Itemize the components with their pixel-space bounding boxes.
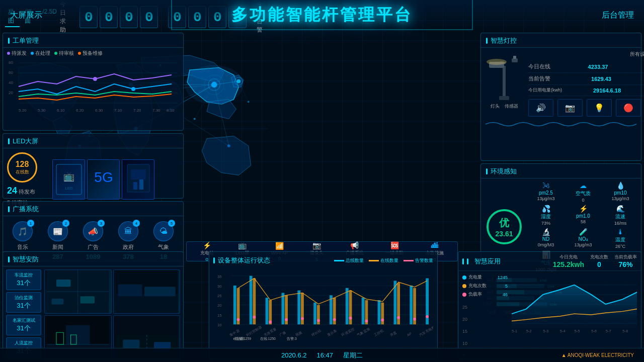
svg-rect-40 xyxy=(66,325,90,344)
env-stat-sub-temp: 26°C xyxy=(615,244,625,249)
smartapp-legend-dot-0 xyxy=(462,276,466,280)
light-stat-power: 今日用电量(kwh) 29164.6.18 比昨天多 xyxy=(528,85,644,96)
equip-legend: 总线数量 在线数量 告警数量 xyxy=(334,257,433,264)
smartapp-legend-2: 负载率 46 xyxy=(462,291,508,298)
broadcast-icon-gov[interactable]: 🏛4 xyxy=(118,221,138,241)
smartapp-title: 智慧应用 xyxy=(462,257,553,266)
nav-left[interactable]: 大屏展示 xyxy=(10,10,42,21)
svg-text:15: 15 xyxy=(217,313,222,318)
security-count-1: 31个 xyxy=(9,301,39,310)
svg-point-156 xyxy=(333,318,336,321)
municipal-icon: 🏙 xyxy=(431,241,438,249)
env-stat-humidity: 💦 湿度 73% xyxy=(528,205,564,226)
smartapp-chart: 5-1 5-2 5-3 5-4 5-5 5-6 5-7 5-8 xyxy=(512,274,637,334)
video-placeholder-1 xyxy=(114,270,180,313)
wave-area xyxy=(481,120,641,131)
svg-rect-33 xyxy=(52,299,64,304)
svg-rect-141 xyxy=(362,298,365,324)
svg-text:8.10: 8.10 xyxy=(167,108,175,113)
svg-rect-147 xyxy=(410,286,413,324)
env-stat-sub-pm10: 13μg/m3 xyxy=(611,196,629,201)
legend-label-online: 在线数量 xyxy=(380,257,398,264)
svg-point-10 xyxy=(131,87,135,91)
led-placeholder-3 xyxy=(122,160,154,199)
camera-icon: 📷 xyxy=(312,241,321,249)
environment-panel: 环境感知 优 23.61 🌬 pm2.5 13μg/m3 ☁ 空气质 0 xyxy=(480,163,641,261)
gauge-grade: 优 xyxy=(499,216,509,230)
env-stat-sub-pm10-2: 58 xyxy=(581,219,586,224)
equip-header: 设备整体运行状态 总线数量 在线数量 告警数量 xyxy=(209,252,437,269)
svg-text:25: 25 xyxy=(217,294,222,298)
svg-text:7.10: 7.10 xyxy=(114,108,122,113)
smartapp-label-1: 充电次数 xyxy=(590,254,608,260)
humidity-icon: 💦 xyxy=(542,205,550,213)
broadcast-icon-weather[interactable]: 🌤5 xyxy=(153,221,174,241)
broadcast-icon-news[interactable]: 📰2 xyxy=(48,221,68,241)
security-tag-0[interactable]: 车流监控 31个 xyxy=(6,269,41,290)
env-stat-val-flow: 流速 xyxy=(615,213,625,220)
security-tag-1[interactable]: 泊位监测 31个 xyxy=(6,292,41,313)
footer-weekday: 星期二 xyxy=(343,351,363,360)
svg-rect-35 xyxy=(116,294,178,313)
smartapp-legend-val-1: 5 xyxy=(505,284,508,289)
led-images: 📺 LED 5G xyxy=(52,159,154,200)
svg-rect-36 xyxy=(118,285,142,297)
security-tag-2[interactable]: 名家汇测试 31个 xyxy=(6,315,41,335)
svg-text:30: 30 xyxy=(217,284,222,289)
env-stat-sub-air: 0 xyxy=(582,198,584,203)
gauge-value: 23.61 xyxy=(495,230,513,238)
smartapp-legend-val-0: 1245 xyxy=(498,275,508,280)
svg-text:40: 40 xyxy=(9,80,13,85)
pm10-2-icon: ⚡ xyxy=(579,205,588,213)
video-cell-1 xyxy=(113,269,181,314)
svg-text:充放置量: 充放置量 xyxy=(263,327,277,337)
legend-processing: 在处理 xyxy=(31,50,50,57)
svg-point-159 xyxy=(381,319,384,322)
broadcast-badge-2: 3 xyxy=(98,220,105,227)
nav-right[interactable]: 后台管理 xyxy=(602,10,634,21)
nav-count-charging: 0 xyxy=(206,257,208,262)
equip-chart: 35 30 25 20 15 10 xyxy=(213,271,433,341)
device-thumb-2: 💡 xyxy=(587,99,612,117)
flow-icon: 🌊 xyxy=(616,205,625,213)
svg-point-150 xyxy=(237,318,240,321)
legend-maintenance: 预备维修 xyxy=(78,50,103,57)
wave-svg xyxy=(485,120,637,129)
legend-pending: 待派发 xyxy=(7,50,27,57)
svg-text:5-8: 5-8 xyxy=(622,329,628,333)
light-stat-label-0: 今日在线 xyxy=(528,63,550,70)
equip-legend-online: 在线数量 xyxy=(369,257,398,264)
environment-title: 环境感知 xyxy=(481,164,641,178)
footer: 2020.6.2 16:47 星期二 ▲ ANOQI·WEAK ELECTRIC… xyxy=(0,348,644,362)
broadcast-icon-music[interactable]: 🎵1 xyxy=(13,221,33,241)
legend-dot-processing xyxy=(31,52,34,55)
env-stat-val-no2: NO₂ xyxy=(579,236,588,242)
svg-point-151 xyxy=(253,316,256,319)
svg-text:工控机: 工控机 xyxy=(373,329,384,337)
pm10-icon: 💧 xyxy=(616,182,625,190)
led-placeholder-2: 5G xyxy=(88,160,119,199)
env-stat-nd: 🔬 ND 0mg/M3 xyxy=(528,228,564,249)
smartapp-title-text: 智慧应用 xyxy=(474,257,501,266)
svg-text:5-6: 5-6 xyxy=(591,329,597,333)
legend-label-review: 待审核 xyxy=(59,50,74,57)
broadcast-label-3: 政府 xyxy=(123,243,134,251)
company-name: ▲ ANOQI·WEAK ELECTRICITY xyxy=(561,352,634,358)
led-online-count: 128 xyxy=(16,160,29,169)
svg-point-9 xyxy=(93,77,97,81)
footer-time: 16:47 xyxy=(317,351,334,359)
svg-text:杆灯控制器: 杆灯控制器 xyxy=(245,325,263,337)
broadcast-icon-ad[interactable]: 📣3 xyxy=(83,221,103,241)
smartapp-label-0: 今日充电 xyxy=(559,254,578,260)
env-stat-val-humidity: 湿度 xyxy=(541,213,551,220)
light-stat-val-1: 1629.43 xyxy=(591,76,611,82)
light-online-status: 所有设备在线情况 xyxy=(528,51,644,58)
security-count-2: 31个 xyxy=(9,324,39,333)
svg-text:广播: 广播 xyxy=(279,330,287,337)
smartapp-legend-label-1: 充电次数 xyxy=(468,283,487,289)
led-online-label: 在线数 xyxy=(16,169,29,175)
env-stat-pm10: 💧 pm10 13μg/m3 xyxy=(603,182,638,203)
svg-text:环境监控: 环境监控 xyxy=(341,327,355,337)
svg-rect-27 xyxy=(139,179,143,190)
light-visual: 灯头 传感器 xyxy=(484,51,524,117)
